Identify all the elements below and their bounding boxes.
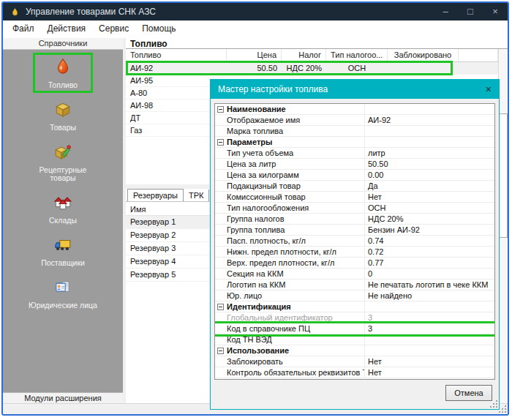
property-value[interactable] [365, 301, 494, 312]
property-row[interactable]: Марка топлива [215, 126, 494, 137]
property-value[interactable]: литр [365, 148, 494, 158]
property-value[interactable]: Не печатать логотип в чеке ККМ [365, 280, 494, 290]
sidebar-item[interactable]: Поставщики [35, 233, 91, 269]
property-row[interactable]: Логотип на ККМ Не печатать логотип в чек… [215, 280, 494, 290]
sidebar-item[interactable]: Юридические лица [35, 275, 91, 311]
title-bar: Управление товарами СНК АЗС – □ × [3, 3, 508, 20]
property-value[interactable] [365, 137, 494, 147]
property-name: Глобальный идентификатор [227, 312, 333, 323]
property-row[interactable]: Наименование [215, 104, 494, 115]
sidebar-item[interactable]: Товары [35, 97, 91, 133]
property-value[interactable]: Нет [365, 356, 494, 367]
property-row[interactable]: Секция на ККМ 0 [215, 269, 494, 280]
property-row[interactable]: Тип учета объема литр [215, 148, 494, 159]
property-row[interactable]: Использование [215, 345, 494, 356]
property-value[interactable]: Нет [365, 192, 494, 202]
property-row[interactable]: Группа налогов НДС 20% [215, 214, 494, 225]
column-header-blocked[interactable]: Заблокировано [388, 49, 459, 61]
property-value[interactable]: ОСН [365, 203, 494, 213]
property-row[interactable]: Параметры [215, 137, 494, 148]
fuel-table-header: Топливо Цена Налог Тип налогоо... Заблок… [126, 49, 498, 62]
property-row[interactable]: Идентификация [215, 301, 494, 312]
collapse-icon[interactable] [217, 106, 224, 113]
property-value[interactable]: Нет [365, 367, 494, 378]
sidebar-item[interactable]: Топливо [35, 55, 91, 91]
sidebar-item-label: Товары [50, 124, 76, 132]
property-row[interactable]: Тип налогообложения ОСН [215, 203, 494, 214]
minimize-button[interactable]: – [433, 3, 458, 20]
property-row[interactable]: Цена за килограмм 0.00 [215, 170, 494, 181]
property-row[interactable]: Заблокировать Нет [215, 356, 494, 367]
property-value[interactable] [365, 104, 494, 114]
column-header-fuel[interactable]: Топливо [126, 49, 227, 61]
window-resize-grip[interactable] [499, 405, 506, 413]
property-row[interactable]: Код ТН ВЭД [215, 334, 494, 345]
property-row[interactable]: Комиссионный товар Нет [215, 192, 494, 203]
property-value[interactable]: АИ-92 [365, 115, 494, 125]
property-name: Отображаемое имя [227, 115, 300, 125]
maximize-button[interactable]: □ [458, 3, 483, 20]
property-row[interactable]: Код в справочнике ПЦ 3 [215, 323, 494, 334]
property-value[interactable]: Бензин АИ-92 [365, 225, 494, 235]
property-value[interactable]: 3 [365, 312, 494, 323]
scrollbar-thumb[interactable] [499, 113, 508, 238]
column-header-tax[interactable]: Налог [282, 49, 326, 61]
property-row[interactable]: Глобальный идентификатор 3 [215, 312, 494, 323]
property-name: Марка топлива [227, 126, 283, 136]
menu-item[interactable]: Файл [6, 21, 41, 36]
app-window: Управление товарами СНК АЗС – □ × Файл Д… [1, 1, 509, 416]
table-row[interactable]: АИ-92 50.50 НДС 20% ОСН [126, 62, 498, 75]
menu-item[interactable]: Сервис [92, 21, 135, 36]
sidebar-item[interactable]: Рецептурные товары [35, 140, 91, 184]
property-value[interactable]: 0.77 [365, 258, 494, 268]
tab-trk[interactable]: ТРК [184, 190, 209, 201]
legal-entity-icon [53, 277, 72, 299]
column-header-taxtype[interactable]: Тип налогоо... [326, 49, 388, 61]
sidebar-item[interactable]: Склады [35, 190, 91, 226]
property-name: Пасп. плотность, кг/л [227, 236, 306, 246]
menu-item[interactable]: Помощь [135, 21, 182, 36]
property-value[interactable]: 0 [365, 269, 494, 279]
fuel-blocked-cell [388, 62, 459, 74]
close-button[interactable]: × [483, 3, 508, 20]
property-name: Идентификация [227, 301, 291, 312]
property-name: Верх. предел плотности, кг/л [227, 258, 334, 268]
property-value[interactable]: НДС 20% [365, 214, 494, 224]
property-row[interactable]: Нижн. предел плотности, кг/л 0.72 [215, 247, 494, 258]
property-value[interactable]: 0.74 [365, 236, 494, 246]
column-header-price[interactable]: Цена [227, 49, 282, 61]
property-row[interactable]: Юр. лицо Не найдено [215, 290, 494, 301]
property-row[interactable]: Подакцизный товар Да [215, 181, 494, 192]
property-row[interactable]: Верх. предел плотности, кг/л 0.77 [215, 258, 494, 269]
sidebar-item-label: Рецептурные товары [35, 166, 91, 182]
sidebar-item-label: Склады [49, 217, 77, 225]
property-value[interactable]: Да [365, 181, 494, 191]
property-value[interactable] [365, 126, 494, 136]
property-row[interactable]: Отображаемое имя АИ-92 [215, 115, 494, 126]
sidebar-item-label: Юридические лица [29, 301, 97, 310]
property-value[interactable]: 0.00 [365, 170, 494, 180]
cancel-button[interactable]: Отмена [445, 385, 492, 401]
dialog-close-icon[interactable]: × [486, 83, 492, 95]
tab-reservoirs[interactable]: Резервуары [127, 189, 184, 201]
property-value[interactable]: 3 [365, 323, 494, 334]
property-row[interactable]: Контроль обязательных реквизитов ТС Нет [215, 367, 494, 378]
extension-modules-bar[interactable]: Модули расширения [3, 392, 123, 403]
collapse-icon[interactable] [217, 348, 224, 354]
menu-item[interactable]: Действия [41, 21, 93, 36]
collapse-icon[interactable] [217, 139, 224, 146]
property-name: Тип налогообложения [227, 203, 309, 213]
property-value[interactable] [365, 345, 494, 356]
property-row[interactable]: Группа топлива Бензин АИ-92 [215, 225, 494, 236]
property-name: Нижн. предел плотности, кг/л [227, 247, 336, 257]
warehouse-icon [53, 192, 72, 214]
property-value[interactable]: 0.72 [365, 247, 494, 257]
property-grid: Наименование Отображаемое имя АИ-92 Марк… [214, 103, 495, 380]
dialog-resize-grip[interactable] [490, 400, 497, 408]
property-value[interactable]: Не найдено [365, 290, 494, 301]
property-row[interactable]: Цена за литр 50.50 [215, 159, 494, 170]
collapse-icon[interactable] [217, 304, 224, 310]
property-row[interactable]: Пасп. плотность, кг/л 0.74 [215, 236, 494, 247]
property-value[interactable] [365, 334, 494, 345]
property-value[interactable]: 50.50 [365, 159, 494, 169]
